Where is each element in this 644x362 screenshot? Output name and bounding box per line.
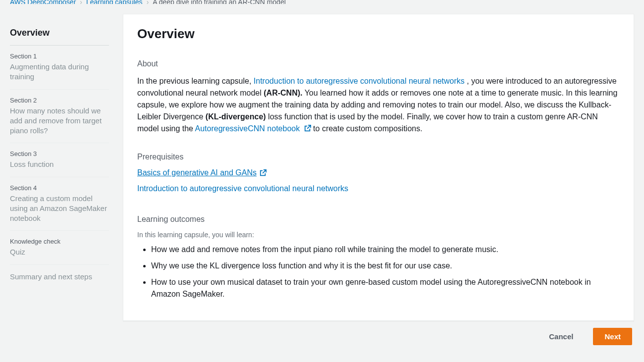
breadcrumb-link-root[interactable]: AWS DeepComposer	[10, 0, 76, 4]
footer-actions: Cancel Next	[123, 321, 634, 345]
cancel-button[interactable]: Cancel	[538, 328, 584, 345]
prerequisites-label: Prerequisites	[137, 153, 620, 161]
content-card: Overview About In the previous learning …	[123, 14, 634, 321]
sidebar-item-title: Loss function	[10, 159, 109, 169]
outcomes-intro: In this learning capsule, you will learn…	[137, 231, 620, 239]
prereq-link-intro-arcnn[interactable]: Introduction to autoregressive convoluti…	[137, 184, 348, 193]
main-content: Overview About In the previous learning …	[123, 14, 634, 345]
sidebar-item-title: Creating a custom model using an Amazon …	[10, 194, 109, 224]
prereq-link-text: Basics of generative AI and GANs	[137, 168, 257, 177]
sidebar-item-label: Section 4	[10, 184, 109, 192]
sidebar-item-label: Knowledge check	[10, 238, 109, 245]
outcomes-label: Learning outcomes	[137, 215, 620, 224]
external-link-icon	[304, 125, 311, 132]
chevron-right-icon: ›	[147, 0, 149, 4]
sidebar-item-title: How many notes should we add and remove …	[10, 106, 109, 136]
sidebar-item-title: Augmenting data during training	[10, 62, 109, 82]
sidebar-item-label: Section 2	[10, 97, 109, 104]
chevron-right-icon: ›	[80, 0, 82, 4]
outcomes-list: How we add and remove notes from the inp…	[137, 244, 620, 301]
about-text-part: In the previous learning capsule,	[137, 77, 254, 85]
sidebar-item-section-3[interactable]: Section 3 Loss function	[10, 143, 109, 177]
sidebar-item-label: Section 3	[10, 150, 109, 157]
about-label: About	[137, 59, 620, 68]
breadcrumb-current: A deep dive into training an AR-CNN mode…	[153, 0, 285, 4]
link-intro-arcnn[interactable]: Introduction to autoregressive convoluti…	[254, 77, 465, 85]
breadcrumb: AWS DeepComposer › Learning capsules › A…	[0, 0, 644, 4]
sidebar-item-section-2[interactable]: Section 2 How many notes should we add a…	[10, 90, 109, 144]
sidebar-item-title: Summary and next steps	[10, 272, 109, 282]
list-item: How we add and remove notes from the inp…	[151, 244, 620, 256]
sidebar-item-knowledge-check[interactable]: Knowledge check Quiz	[10, 231, 109, 264]
external-link-icon	[260, 169, 267, 176]
about-text-part: to create custom compositions.	[311, 124, 423, 133]
list-item: How to use your own musical dataset to t…	[151, 276, 620, 301]
sidebar-item-label: Section 1	[10, 52, 109, 60]
next-button[interactable]: Next	[593, 328, 632, 345]
sidebar-item-summary[interactable]: Summary and next steps	[10, 265, 109, 289]
sidebar-item-section-4[interactable]: Section 4 Creating a custom model using …	[10, 177, 109, 231]
sidebar-heading: Overview	[10, 28, 109, 46]
sidebar-item-title: Quiz	[10, 247, 109, 257]
about-bold-arcnn: (AR-CNN).	[264, 89, 302, 97]
prereq-link-basics-gans[interactable]: Basics of generative AI and GANs	[137, 168, 267, 177]
sidebar-item-section-1[interactable]: Section 1 Augmenting data during trainin…	[10, 46, 109, 90]
about-bold-kl: (KL-divergence)	[206, 112, 266, 121]
about-paragraph: In the previous learning capsule, Introd…	[137, 75, 620, 135]
breadcrumb-link-capsules[interactable]: Learning capsules	[86, 0, 143, 4]
page-title: Overview	[137, 26, 620, 42]
sidebar: Overview Section 1 Augmenting data durin…	[10, 14, 109, 345]
list-item: Why we use the KL divergence loss functi…	[151, 260, 620, 272]
prereq-link-text: Introduction to autoregressive convoluti…	[137, 184, 348, 193]
link-notebook[interactable]: AutoregressiveCNN notebook	[195, 124, 311, 133]
